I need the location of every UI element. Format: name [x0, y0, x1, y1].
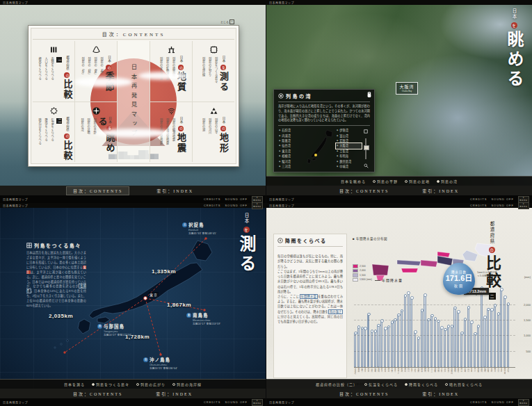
sound-toggle[interactable]: SOUND OFF — [225, 197, 248, 201]
sound-toggle[interactable]: SOUND OFF — [491, 197, 514, 201]
option-降雨をくらべる[interactable]: 降雨をくらべる — [405, 382, 438, 387]
bar-京都[interactable] — [437, 321, 440, 368]
tab-index[interactable]: 索引：INDEX — [150, 187, 200, 195]
menu-cell-測る[interactable]: 日本を測る列島をつくる島々列島の広がり列島の海岸線 — [193, 41, 234, 102]
bar-静岡[interactable] — [424, 295, 426, 367]
bay-link[interactable]: ◆駿河湾 — [278, 159, 304, 164]
sound-toggle[interactable]: SOUND OFF — [225, 204, 248, 207]
option-気温をくらべる[interactable]: 気温をくらべる — [364, 382, 398, 387]
menu-cell-地形[interactable]: 日本の地形列島の山々列島の河川列島の湖 — [193, 102, 234, 163]
bar-山梨[interactable] — [414, 332, 416, 367]
island-label-etorofu[interactable]: 北択捉島 Etorofu-tô 北緯45°33′ 東経148°45′ — [182, 221, 216, 235]
credits-link[interactable]: CREDITS — [470, 204, 487, 207]
bar-福島[interactable] — [374, 331, 376, 367]
bar-群馬[interactable] — [384, 328, 386, 367]
island-label-yonaguni[interactable]: 西与那国島 Yonaguni-jima 北緯24°27′ 東経122°56′ — [97, 323, 131, 336]
bay-link[interactable]: ◆石狩湾 — [278, 128, 304, 133]
credits-link[interactable]: CREDITS — [204, 197, 221, 201]
menu-cell-季節[interactable]: 日本の季節列島の「春」列島の「夏」列島の「秋」列島の「冬」 — [75, 41, 117, 102]
tab-index[interactable]: 索引：INDEX — [150, 390, 199, 398]
menu-subitem[interactable]: 降雨をくらべる — [43, 118, 49, 163]
annual-precip-chip[interactable]: 年間降水量 — [300, 294, 319, 299]
menu-subitem[interactable]: 列島の湖 — [200, 118, 206, 163]
option-列島の海岸線[interactable]: 列島の海岸線 — [172, 382, 202, 387]
credits-link[interactable]: CREDITS — [470, 400, 487, 404]
bar-大阪[interactable] — [440, 327, 442, 367]
bar-長崎[interactable] — [490, 309, 492, 367]
bar-奈良[interactable] — [447, 326, 449, 367]
bar-和歌山[interactable] — [451, 326, 453, 367]
menu-subitem[interactable]: 標高をくらべる — [37, 57, 42, 102]
bay-link[interactable]: ◆富山湾 — [336, 133, 362, 138]
bay-link[interactable]: ◆相模湾 — [278, 154, 304, 159]
bar-富山[interactable] — [404, 295, 406, 367]
bar-徳島[interactable] — [470, 322, 472, 367]
bar-宮崎[interactable] — [500, 289, 502, 367]
bar-大分[interactable] — [497, 314, 499, 367]
bay-link[interactable]: ◆有明海 — [336, 154, 362, 159]
bar-宮城[interactable] — [364, 328, 366, 367]
option-列島をつくる島々[interactable]: 列島をつくる島々 — [92, 382, 129, 387]
menu-button[interactable]: ∨menu — [518, 203, 529, 209]
bay-link[interactable]: ◆東京湾 — [278, 149, 304, 154]
menu-subitem[interactable]: 面積をくらべる — [49, 57, 55, 102]
bay-link[interactable]: ◆内浦湾 — [278, 133, 304, 138]
bar-佐賀[interactable] — [487, 309, 489, 367]
bar-鹿児島[interactable] — [503, 297, 506, 367]
bar-愛知[interactable] — [427, 320, 429, 368]
menu-subitem[interactable]: 列島の内陸型地震 — [158, 118, 163, 163]
menu-cell-比較[interactable]: 都道府県の比較二気温をくらべる降雨をくらべる晴れ日をくらべる — [33, 102, 74, 163]
menu-button[interactable]: ∨menu — [252, 203, 263, 209]
menu-cell-比較[interactable]: 都道府県の比較一面積をくらべる人口をくらべる標高をくらべる — [33, 41, 74, 102]
bay-link[interactable]: ◆三河湾 — [278, 164, 304, 169]
bar-福井[interactable] — [410, 298, 412, 367]
sound-toggle[interactable]: SOUND OFF — [491, 400, 514, 404]
credits-link[interactable]: CREDITS — [204, 400, 221, 404]
menu-subitem[interactable]: 列島の盆地 — [86, 118, 91, 163]
bar-熊本[interactable] — [494, 305, 496, 367]
menu-subitem[interactable]: 列島の観測地震 — [170, 118, 176, 163]
tab-contents[interactable]: 目次：CONTENTS — [67, 390, 129, 398]
page-icon[interactable] — [364, 129, 368, 133]
credits-link[interactable]: CREDITS — [470, 197, 487, 201]
bay-link[interactable]: ◆大阪湾 — [336, 143, 362, 148]
close-button[interactable]: とじる × — [220, 19, 234, 24]
slider-rail[interactable] — [365, 138, 366, 159]
bay-link[interactable]: ◆伊勢湾 — [336, 128, 362, 133]
tab-contents[interactable]: 目次：CONTENTS — [333, 187, 395, 195]
bar-新潟[interactable] — [401, 311, 403, 367]
bar-青森[interactable] — [357, 327, 360, 367]
island-label-minamitori[interactable]: 東南鳥島 Minami-tori-shima 北緯24°17′ 東経153°59… — [186, 311, 220, 325]
menu-button[interactable]: ∨menu — [252, 196, 263, 203]
bar-高知[interactable] — [481, 288, 483, 367]
tab-contents[interactable]: 目次：CONTENTS — [66, 186, 129, 195]
bar-福岡[interactable] — [483, 317, 485, 367]
bay-link[interactable]: ◆中城湾 — [336, 164, 362, 169]
bar-北海道[interactable] — [354, 333, 356, 367]
bar-東京[interactable] — [394, 320, 396, 367]
bar-広島[interactable] — [464, 319, 466, 367]
map-label-osaka-bay[interactable]: 大阪湾 Osaka Bay — [396, 82, 418, 95]
option-列島の湾[interactable]: 列島の湾 — [437, 179, 458, 184]
magnifier-icon[interactable] — [364, 163, 369, 168]
bar-神奈川[interactable] — [397, 315, 399, 367]
bar-栃木[interactable] — [380, 320, 382, 367]
pan-hand-icon[interactable] — [366, 91, 372, 98]
tab-contents[interactable]: 目次：CONTENTS — [333, 390, 395, 398]
menu-subitem[interactable]: 気温をくらべる — [49, 118, 55, 163]
zoom-slider[interactable] — [362, 128, 370, 170]
menu-subitem[interactable]: 列島をつくる島々 — [213, 57, 218, 102]
bar-鳥取[interactable] — [453, 308, 456, 367]
menu-subitem[interactable]: 人口をくらべる — [43, 57, 49, 102]
bar-山口[interactable] — [467, 307, 469, 367]
credits-link[interactable]: CREDITS — [204, 204, 221, 207]
bay-link[interactable]: ◆若狭湾 — [336, 138, 362, 143]
bar-岐阜[interactable] — [421, 310, 423, 367]
bay-link[interactable]: ◆土佐湾 — [336, 149, 362, 154]
tab-index[interactable]: 索引：INDEX — [416, 390, 465, 398]
option-列島の広がり[interactable]: 列島の広がり — [136, 382, 166, 387]
bar-千葉[interactable] — [391, 322, 393, 367]
menu-subitem[interactable]: 列島の広がり — [207, 57, 212, 102]
menu-subitem[interactable]: 列島の海溝型地震 — [164, 118, 170, 163]
slider-thumb[interactable] — [364, 145, 369, 150]
